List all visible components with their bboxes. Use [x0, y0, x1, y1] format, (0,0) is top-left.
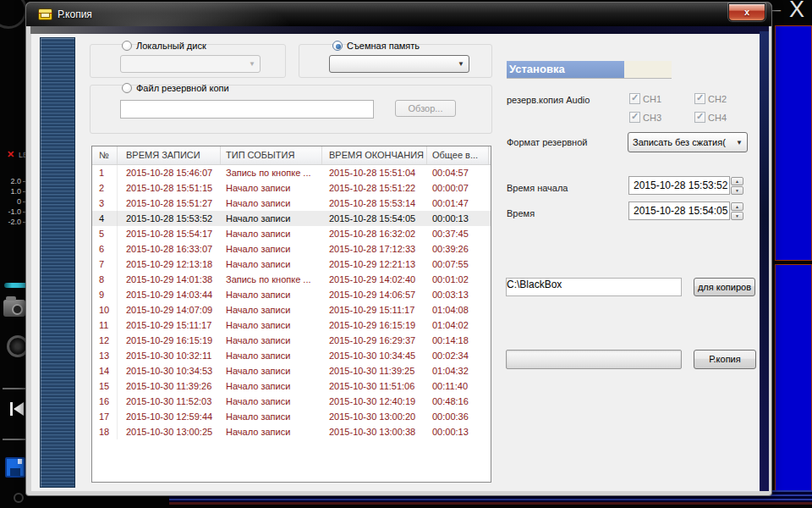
app-close-button[interactable]: X: [789, 0, 804, 23]
table-row[interactable]: 172015-10-30 12:59:44Начало записи2015-1…: [92, 409, 491, 424]
floppy-save-icon[interactable]: [5, 457, 25, 478]
table-cell: 01:04:32: [427, 363, 489, 378]
video-panel-1[interactable]: [775, 25, 812, 261]
copy-dest-button[interactable]: для копиров: [694, 278, 755, 296]
table-cell: 16: [92, 394, 118, 409]
settings-title: Установка: [507, 61, 624, 78]
table-cell: 2015-10-28 15:46:07: [118, 165, 221, 180]
table-cell: 00:39:26: [427, 241, 489, 257]
table-row[interactable]: 132015-10-30 10:32:11Начало записи2015-1…: [92, 348, 491, 363]
table-row[interactable]: 92015-10-29 14:03:44Начало записи2015-10…: [92, 287, 491, 302]
table-cell: 5: [92, 226, 118, 241]
channel-checkbox[interactable]: CH2: [694, 93, 727, 104]
table-cell: 00:11:40: [427, 378, 489, 394]
channel-checkbox[interactable]: CH4: [694, 112, 727, 123]
table-cell: 00:00:13: [427, 424, 489, 439]
table-cell: 2015-10-30 10:32:11: [118, 348, 221, 363]
channel-checkbox[interactable]: CH3: [629, 112, 661, 123]
local-disk-radio[interactable]: [122, 41, 132, 51]
removable-select[interactable]: ▼: [329, 55, 469, 73]
header-cell[interactable]: ВРЕМЯ ЗАПИСИ: [118, 146, 221, 164]
table-cell: Начало записи: [221, 378, 322, 394]
table-cell: 2015-10-30 13:00:38: [322, 424, 427, 439]
table-row[interactable]: 62015-10-28 16:33:07Начало записи2015-10…: [92, 241, 491, 257]
table-row[interactable]: 102015-10-29 14:07:09Начало записи2015-1…: [92, 302, 491, 318]
divider: [3, 388, 28, 389]
table-cell: 00:14:18: [427, 333, 489, 348]
table-header: №ВРЕМЯ ЗАПИСИТИП СОБЫТИЯВРЕМЯ ОКОНЧАНИЯО…: [92, 146, 491, 165]
backup-file-radio[interactable]: [122, 83, 132, 93]
browse-button[interactable]: Обзор...: [395, 100, 456, 117]
dialog-titlebar[interactable]: Р.копия: [26, 3, 771, 26]
table-cell: 2015-10-29 12:21:13: [322, 257, 427, 272]
table-cell: 00:02:34: [427, 348, 489, 363]
table-row[interactable]: 182015-10-30 13:00:25Начало записи2015-1…: [92, 424, 491, 439]
dialog-close-button[interactable]: x: [728, 3, 765, 21]
table-cell: 10: [92, 302, 118, 318]
format-label: Формат резервной: [507, 137, 587, 147]
header-cell[interactable]: ТИП СОБЫТИЯ: [221, 146, 322, 164]
table-row[interactable]: 82015-10-29 14:01:38Запись по кнопке ...…: [92, 272, 491, 287]
dest-path-input[interactable]: C:\BlackBox: [506, 278, 682, 296]
chevron-down-icon: ▼: [245, 57, 259, 71]
progress-bar: [506, 350, 682, 369]
end-time-input[interactable]: 2015-10-28 15:54:05 ▲ ▼: [628, 202, 730, 220]
spin-down-button[interactable]: ▼: [731, 212, 743, 220]
header-cell[interactable]: Общее в...: [427, 146, 489, 164]
table-cell: 2015-10-29 16:15:19: [118, 333, 221, 348]
table-row[interactable]: 122015-10-29 16:15:19Начало записи2015-1…: [92, 333, 491, 348]
local-disk-select[interactable]: ▼: [120, 55, 261, 73]
table-cell: 2015-10-30 10:34:45: [322, 348, 427, 363]
table-row[interactable]: 72015-10-29 12:13:18Начало записи2015-10…: [92, 257, 491, 272]
checkbox-check-icon: [694, 112, 705, 123]
spin-up-button[interactable]: ▲: [731, 177, 743, 185]
table-row[interactable]: 142015-10-30 10:34:53Начало записи2015-1…: [92, 363, 491, 378]
camera-icon[interactable]: [3, 300, 25, 317]
table-cell: 2015-10-28 15:51:22: [322, 180, 427, 196]
channel-label: CH3: [643, 113, 661, 123]
app-minimize-button[interactable]: –: [771, 0, 781, 19]
table-row[interactable]: 152015-10-30 11:39:26Начало записи2015-1…: [92, 378, 491, 394]
table-cell: 2015-10-28 15:51:27: [118, 196, 221, 211]
table-cell: Начало записи: [221, 409, 322, 424]
table-cell: 2015-10-29 14:07:09: [118, 302, 221, 318]
format-select[interactable]: Записать без сжатия( ▼: [628, 132, 748, 152]
spin-down-button[interactable]: ▼: [731, 186, 743, 195]
table-row[interactable]: 42015-10-28 15:53:52Начало записи2015-10…: [92, 211, 491, 226]
dialog-client-area: Локальный диск ▼ Съемная память ▼ Файл р…: [31, 34, 760, 491]
table-row[interactable]: 162015-10-30 11:52:03Начало записи2015-1…: [92, 394, 491, 409]
table-cell: 2015-10-29 14:03:44: [118, 287, 221, 302]
table-row[interactable]: 22015-10-28 15:51:15Начало записи2015-10…: [92, 180, 491, 196]
scale-tick: -1.0: [2, 207, 27, 217]
scale-tick: 1.0: [2, 186, 27, 196]
backup-button[interactable]: Р.копия: [694, 350, 756, 369]
table-cell: 2015-10-29 14:01:38: [118, 272, 221, 287]
table-cell: 2015-10-29 14:06:57: [322, 287, 427, 302]
table-cell: Начало записи: [221, 180, 322, 196]
channel-label: CH4: [708, 113, 727, 123]
table-cell: Начало записи: [221, 348, 322, 363]
removable-radio[interactable]: [332, 41, 343, 51]
header-cell[interactable]: ВРЕМЯ ОКОНЧАНИЯ: [322, 146, 427, 164]
table-row[interactable]: 112015-10-29 15:11:17Начало записи2015-1…: [92, 318, 491, 333]
table-row[interactable]: 52015-10-28 15:54:17Начало записи2015-10…: [92, 226, 491, 241]
table-cell: 2015-10-30 12:40:19: [322, 394, 427, 409]
table-cell: 2015-10-30 11:39:25: [322, 363, 427, 378]
video-panel-2[interactable]: [775, 264, 812, 500]
start-time-input[interactable]: 2015-10-28 15:53:52 ▲ ▼: [628, 176, 730, 195]
table-cell: 2015-10-28 15:54:17: [118, 226, 221, 241]
table-row[interactable]: 32015-10-28 15:51:27Начало записи2015-10…: [92, 196, 491, 211]
table-cell: Начало записи: [221, 241, 322, 257]
header-cell[interactable]: №: [92, 146, 118, 164]
local-disk-label: Локальный диск: [136, 41, 206, 51]
backup-file-input[interactable]: [120, 100, 374, 119]
table-row[interactable]: 12015-10-28 15:46:07Запись по кнопке ...…: [92, 165, 491, 180]
spin-up-button[interactable]: ▲: [731, 202, 743, 211]
table-cell: Начало записи: [221, 257, 322, 272]
table-cell: 1: [92, 165, 118, 180]
table-cell: 00:00:07: [427, 180, 489, 196]
skip-start-icon[interactable]: [10, 402, 24, 416]
table-cell: 2015-10-30 11:51:06: [322, 378, 427, 394]
table-cell: 00:01:02: [427, 272, 489, 287]
channel-checkbox[interactable]: CH1: [629, 93, 661, 104]
